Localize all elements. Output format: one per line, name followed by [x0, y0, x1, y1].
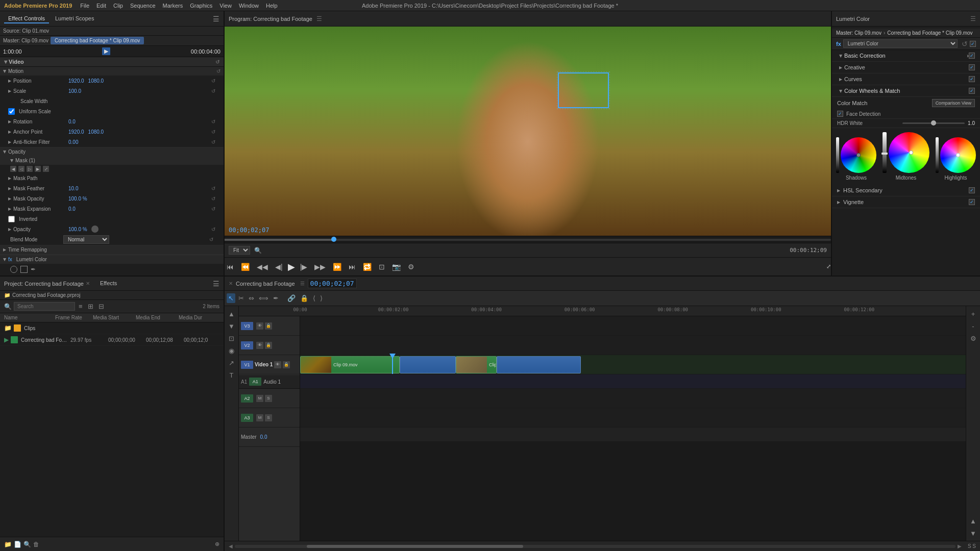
- bm-reset[interactable]: ↺: [209, 237, 213, 242]
- step-back-btn[interactable]: ⏪: [239, 262, 252, 272]
- motion-header[interactable]: ▶ Motion ↺: [0, 67, 224, 76]
- v2-eye-btn[interactable]: 👁: [256, 342, 263, 349]
- vignette-toggle[interactable]: ▶ Vignette: [832, 196, 980, 208]
- tl-collapse-btn[interactable]: ✕: [229, 281, 233, 286]
- track-content[interactable]: Clip 09.mov Clip 01.mov: [300, 316, 966, 541]
- play-btn[interactable]: ▶: [288, 261, 295, 272]
- col-frame-header[interactable]: Frame Rate: [55, 315, 91, 320]
- menu-window[interactable]: Window: [236, 2, 262, 10]
- program-menu-icon[interactable]: ☰: [316, 15, 322, 22]
- menu-edit[interactable]: Edit: [93, 2, 109, 10]
- video-reset-icon[interactable]: ↺: [215, 59, 219, 65]
- scale-val[interactable]: 100.0: [68, 88, 81, 94]
- project-row-clips[interactable]: 📁 Clips: [0, 322, 224, 334]
- mask-feather-val[interactable]: 10.0: [68, 186, 78, 191]
- highlights-strip[interactable]: [936, 137, 939, 173]
- a2-solo-btn[interactable]: S: [265, 395, 272, 402]
- tl-scroll-dn-btn[interactable]: ▼: [968, 528, 979, 539]
- motion-reset-icon[interactable]: ↺: [216, 68, 220, 74]
- tab-effect-controls[interactable]: Effect Controls: [4, 14, 49, 23]
- menu-graphics[interactable]: Graphics: [187, 2, 215, 10]
- tab-effects[interactable]: Effects: [96, 279, 121, 288]
- menu-markers[interactable]: Markers: [160, 2, 186, 10]
- menu-help[interactable]: Help: [263, 2, 281, 10]
- pos-reset[interactable]: ↺: [211, 78, 215, 84]
- mask-expansion-val[interactable]: 0.0: [68, 206, 76, 212]
- menu-sequence[interactable]: Sequence: [127, 2, 159, 10]
- shadows-wheel[interactable]: [841, 137, 876, 173]
- search-btn[interactable]: ⊕: [215, 541, 219, 547]
- magnify-icon[interactable]: 🔍: [254, 247, 262, 254]
- basic-correction-row[interactable]: ▶ Basic Correction ›: [832, 50, 980, 62]
- opacity-val[interactable]: 100.0 %: [68, 227, 87, 232]
- tl-snap-btn[interactable]: 🔗: [286, 293, 297, 303]
- midtones-wheel[interactable]: [889, 132, 929, 173]
- tl-remove-track-btn[interactable]: -: [968, 320, 979, 332]
- mask-fwd-btn[interactable]: ▶: [35, 166, 41, 172]
- fullscreen-btn[interactable]: ⤢: [826, 263, 831, 270]
- time-remap-header[interactable]: ▶ Time Remapping: [0, 245, 224, 254]
- tl-timecode[interactable]: 00;00;02;07: [308, 279, 357, 288]
- tl-menu-icon[interactable]: ☰: [300, 281, 305, 286]
- new-item-btn[interactable]: 📄: [14, 541, 21, 548]
- lumetri-fx-select[interactable]: Lumetri Color: [843, 39, 958, 48]
- selection-overlay[interactable]: [558, 72, 609, 108]
- shadows-strip[interactable]: [836, 137, 839, 173]
- v3-lock-btn[interactable]: 🔒: [265, 322, 272, 330]
- tl-select-tool[interactable]: ↖: [227, 293, 235, 303]
- position-y[interactable]: 1080.0: [88, 78, 104, 84]
- tl-mark-out[interactable]: ⟩: [318, 293, 324, 303]
- panel-menu-icon[interactable]: ☰: [213, 15, 219, 23]
- prev-sequence-btn[interactable]: ⏮: [225, 262, 236, 272]
- blend-mode-select[interactable]: Normal: [63, 235, 109, 244]
- lumetri-enabled-checkbox[interactable]: [970, 41, 976, 47]
- vig-checkbox[interactable]: [969, 199, 975, 205]
- tl-razor-tool[interactable]: ✂: [237, 293, 246, 303]
- tl-slip-tool[interactable]: ⟺: [257, 293, 270, 303]
- ov-reset[interactable]: ↺: [211, 227, 215, 232]
- tl-arrow-dn-btn[interactable]: ▼: [226, 320, 237, 332]
- loop-btn[interactable]: 🔁: [361, 262, 374, 272]
- me-reset[interactable]: ↺: [211, 206, 215, 212]
- settings-btn[interactable]: ⚙: [406, 262, 416, 272]
- step-fwd-btn[interactable]: ⏩: [331, 262, 344, 272]
- hsl-checkbox[interactable]: [969, 187, 975, 193]
- mask-prev-frame-btn[interactable]: ◁: [18, 166, 24, 172]
- next-frame-btn[interactable]: |▶: [298, 262, 310, 272]
- project-row-main-seq[interactable]: ▶ Correcting bad Footage 29.97 fps 00;00…: [0, 334, 224, 346]
- list-view-btn[interactable]: ≡: [77, 302, 84, 311]
- next-edit-btn[interactable]: ▶▶: [312, 262, 328, 272]
- cw-checkbox[interactable]: [969, 88, 975, 94]
- clip-blue-mid[interactable]: [400, 356, 456, 373]
- menu-view[interactable]: View: [216, 2, 235, 10]
- tl-ripple-tool[interactable]: ⇔: [247, 293, 256, 303]
- flicker-reset[interactable]: ↺: [211, 139, 215, 145]
- opacity-section-header[interactable]: ▶ Opacity: [0, 147, 224, 156]
- pen-tool[interactable]: ✒: [31, 266, 36, 273]
- new-bin-btn[interactable]: 📁: [4, 541, 12, 548]
- curves-checkbox[interactable]: [969, 76, 975, 82]
- rotation-val[interactable]: 0.0: [68, 119, 76, 124]
- mask-opacity-val[interactable]: 100.0 %: [68, 196, 87, 202]
- midtones-strip[interactable]: [883, 132, 887, 173]
- mask-prev-btn[interactable]: ◀: [10, 166, 16, 172]
- clip-09-mov[interactable]: Clip 09.mov: [300, 356, 400, 373]
- project-search-input[interactable]: [14, 302, 75, 311]
- clip-01-mov[interactable]: Clip 01.mov: [456, 356, 497, 373]
- timeline-scrollbar[interactable]: [235, 545, 955, 548]
- tl-scroll-right-btn[interactable]: ▶: [958, 543, 962, 549]
- fit-select[interactable]: Fit: [229, 246, 250, 255]
- tl-scroll-left-btn[interactable]: ◀: [229, 543, 233, 549]
- tl-arrow-up-btn[interactable]: ▲: [226, 308, 237, 319]
- col-dur-header[interactable]: Media Dur: [179, 315, 219, 320]
- ec-clip-tab[interactable]: Correcting bad Footage * Clip 09.mov: [51, 37, 144, 44]
- scrubbar-playhead[interactable]: [331, 237, 336, 242]
- uniform-scale-checkbox[interactable]: [8, 108, 15, 115]
- col-name-header[interactable]: Name: [4, 315, 53, 320]
- face-detect-checkbox[interactable]: [837, 111, 843, 117]
- a2-mute-btn[interactable]: M: [256, 395, 263, 402]
- col-end-header[interactable]: Media End: [136, 315, 177, 320]
- lumetri-reset-icon[interactable]: ↺: [962, 40, 968, 48]
- comparison-view-btn[interactable]: Comparison View: [932, 99, 975, 107]
- hdr-white-slider[interactable]: [902, 122, 965, 124]
